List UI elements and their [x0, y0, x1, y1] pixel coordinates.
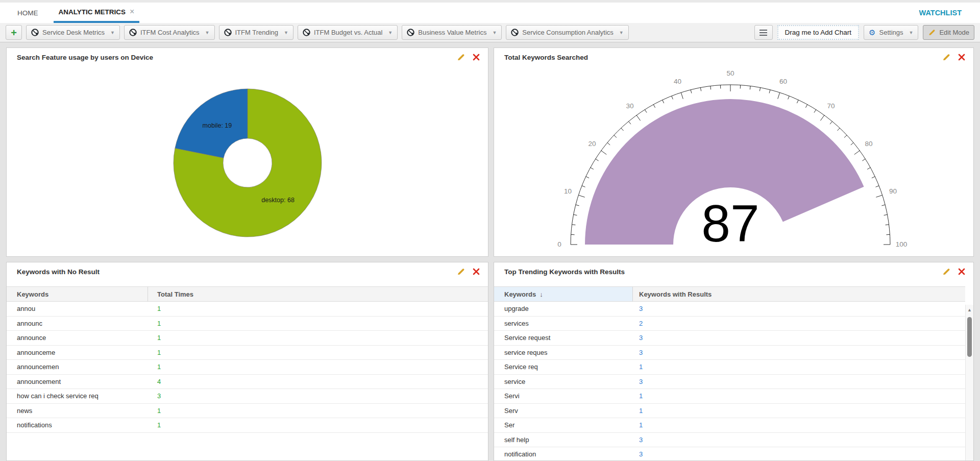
panel-top-trending-keywords: Top Trending Keywords with Results Keywo… — [494, 262, 974, 461]
tab-analytic-metrics[interactable]: ANALYTIC METRICS × — [54, 3, 140, 23]
table-row[interactable]: upgrade3 — [494, 302, 965, 317]
keywords-no-result-table: KeywordsTotal Timesannou1announc1announc… — [7, 286, 488, 433]
settings-button[interactable]: ⚙ Settings ▼ — [864, 25, 918, 40]
close-panel-icon[interactable] — [957, 53, 966, 62]
table-row[interactable]: announce1 — [7, 331, 488, 346]
column-header-label: Total Times — [157, 290, 193, 298]
value-cell[interactable]: 1 — [148, 349, 488, 356]
metric-menu-itfm-budget-vs-actual[interactable]: ITFM Budget vs. Actual▼ — [298, 25, 398, 40]
value-cell[interactable]: 1 — [148, 305, 488, 312]
close-icon — [958, 268, 965, 275]
value-cell[interactable]: 3 — [633, 436, 965, 444]
donut-chart[interactable]: mobile: 19desktop: 68 — [7, 66, 488, 256]
table-row[interactable]: Servi1 — [494, 389, 965, 404]
scroll-up-icon[interactable]: ▲ — [966, 308, 973, 312]
gauge-chart[interactable]: 010203040506070809010087 — [494, 66, 973, 256]
table-row[interactable]: how can i check service req3 — [7, 389, 488, 404]
gauge-tick-label: 30 — [626, 102, 634, 110]
layout-menu-button[interactable] — [754, 25, 773, 40]
column-header-label: Keywords — [504, 290, 536, 298]
close-panel-icon[interactable] — [472, 53, 481, 62]
value-cell[interactable]: 3 — [148, 392, 488, 400]
metric-menu-itfm-cost-analytics[interactable]: ITFM Cost Analytics▼ — [124, 25, 215, 40]
table-row[interactable]: notifications1 — [7, 418, 488, 433]
value-cell[interactable]: 3 — [633, 349, 965, 356]
table-row[interactable]: news1 — [7, 404, 488, 419]
table-row[interactable]: announc1 — [7, 317, 488, 331]
edit-panel-icon[interactable] — [942, 53, 951, 62]
column-header-keywords[interactable]: Keywords — [7, 287, 148, 301]
metric-menu-label: ITFM Trending — [235, 29, 279, 36]
column-header-values[interactable]: Keywords with Results — [633, 287, 965, 301]
value-cell[interactable]: 1 — [148, 320, 488, 327]
table-header-row: Keywords↓Keywords with Results — [494, 286, 965, 302]
table-row[interactable]: service3 — [494, 375, 965, 390]
value-cell[interactable]: 1 — [633, 407, 965, 415]
table-row[interactable]: annou1 — [7, 302, 488, 317]
gauge-tick-label: 20 — [588, 140, 596, 148]
toolbar-right-group: Drag me to Add Chart ⚙ Settings ▼ Edit M… — [754, 25, 974, 40]
pencil-icon — [942, 53, 950, 61]
table-row[interactable]: Serv1 — [494, 404, 965, 419]
metric-menu-group: Service Desk Metrics▼ITFM Cost Analytics… — [26, 25, 629, 40]
vertical-scrollbar[interactable]: ▲ — [965, 305, 973, 460]
close-panel-icon[interactable] — [957, 267, 966, 276]
table-row[interactable]: service reques3 — [494, 346, 965, 360]
metric-menu-service-desk-metrics[interactable]: Service Desk Metrics▼ — [26, 25, 120, 40]
scrollbar-thumb[interactable] — [967, 317, 972, 357]
value-cell[interactable]: 1 — [148, 334, 488, 342]
chevron-down-icon: ▼ — [108, 30, 115, 35]
edit-panel-icon[interactable] — [456, 267, 465, 276]
keyword-cell: services — [494, 320, 633, 327]
close-panel-icon[interactable] — [472, 267, 481, 276]
table-row[interactable]: services2 — [494, 317, 965, 331]
pencil-icon — [942, 268, 950, 276]
edit-panel-icon[interactable] — [942, 267, 951, 276]
column-header-keywords[interactable]: Keywords↓ — [494, 287, 633, 301]
value-cell[interactable]: 3 — [633, 305, 965, 312]
settings-label: Settings — [879, 29, 903, 36]
table-row[interactable]: Service request3 — [494, 331, 965, 346]
metric-menu-service-consumption-analytics[interactable]: Service Consumption Analytics▼ — [506, 25, 628, 40]
chevron-down-icon: ▼ — [386, 30, 393, 35]
value-cell[interactable]: 4 — [148, 378, 488, 385]
column-header-values[interactable]: Total Times — [148, 287, 488, 301]
table-row[interactable]: Ser1 — [494, 418, 965, 433]
table-row[interactable]: announceme1 — [7, 346, 488, 360]
metric-menu-business-value-metrics[interactable]: Business Value Metrics▼ — [402, 25, 502, 40]
table-row[interactable]: self help3 — [494, 433, 965, 448]
value-cell[interactable]: 3 — [633, 334, 965, 342]
value-cell[interactable]: 3 — [633, 450, 965, 458]
table-row[interactable]: notification3 — [494, 447, 965, 460]
keyword-cell: service — [494, 378, 633, 385]
metric-menu-itfm-trending[interactable]: ITFM Trending▼ — [219, 25, 293, 40]
tab-home[interactable]: HOME — [17, 3, 38, 23]
value-cell[interactable]: 1 — [633, 421, 965, 429]
value-cell[interactable]: 1 — [633, 392, 965, 400]
drag-to-add-chart[interactable]: Drag me to Add Chart — [777, 25, 860, 40]
chevron-down-icon: ▼ — [490, 30, 497, 35]
tab-close-icon[interactable]: × — [130, 8, 134, 16]
value-cell[interactable]: 1 — [633, 363, 965, 371]
gauge-tick-label: 50 — [726, 69, 734, 77]
value-cell[interactable]: 1 — [148, 363, 488, 371]
table-row[interactable]: announcemen1 — [7, 360, 488, 375]
value-cell[interactable]: 3 — [633, 378, 965, 385]
value-cell[interactable]: 1 — [148, 421, 488, 429]
watchlist-link[interactable]: WATCHLIST — [919, 3, 962, 23]
edit-panel-icon[interactable] — [456, 53, 465, 62]
edit-mode-button[interactable]: Edit Mode — [923, 25, 974, 40]
keyword-cell: announce — [7, 334, 148, 342]
add-button[interactable]: + — [6, 25, 22, 40]
table-row[interactable]: Service req1 — [494, 360, 965, 375]
gauge-icon — [407, 29, 414, 36]
keyword-cell: announceme — [7, 349, 148, 356]
panel-keywords-no-result: Keywords with No Result KeywordsTotal Ti… — [6, 262, 488, 461]
gauge-icon — [511, 29, 519, 36]
value-cell[interactable]: 2 — [633, 320, 965, 327]
close-icon — [958, 54, 965, 61]
table-row[interactable]: announcement4 — [7, 375, 488, 390]
panel-header: Search Feature usage by users on Device — [7, 48, 488, 66]
value-cell[interactable]: 1 — [148, 407, 488, 415]
keyword-cell: notifications — [7, 421, 148, 429]
